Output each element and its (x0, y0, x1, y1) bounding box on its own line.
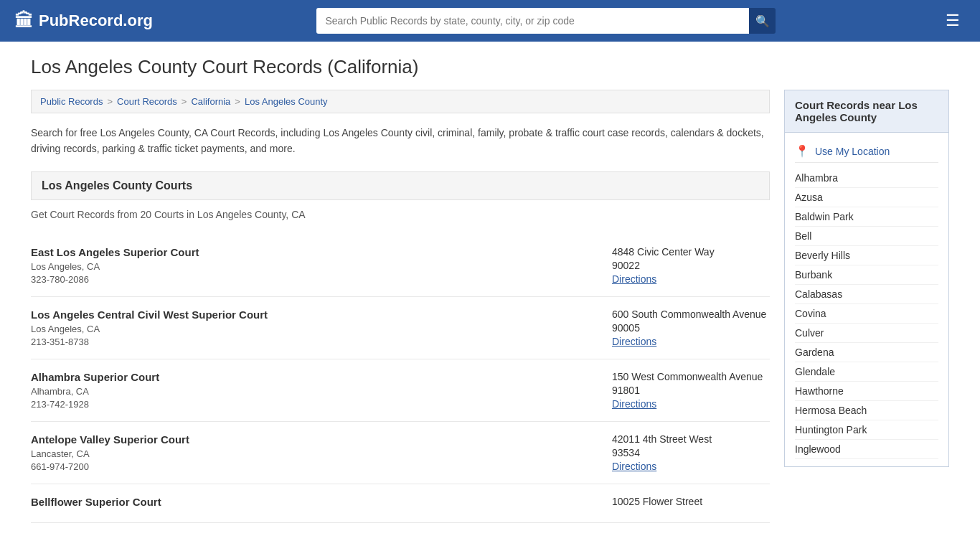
court-address-3: 42011 4th Street West 93534 Directions (612, 433, 770, 472)
court-phone-1: 213-351-8738 (31, 336, 612, 347)
search-icon: 🔍 (755, 14, 770, 28)
sidebar-city-2[interactable]: Baldwin Park (795, 207, 938, 227)
sidebar-city-13[interactable]: Huntington Park (795, 420, 938, 440)
site-header: 🏛 PubRecord.org 🔍 ☰ (0, 0, 980, 42)
court-name-4: Bellflower Superior Court (31, 496, 612, 508)
page-title: Los Angeles County Court Records (Califo… (31, 56, 949, 78)
sidebar-content: 📍 Use My Location Alhambra Azusa Baldwin… (784, 133, 949, 467)
site-logo[interactable]: 🏛 PubRecord.org (14, 10, 153, 32)
sidebar-city-5[interactable]: Burbank (795, 265, 938, 285)
sidebar-city-1[interactable]: Azusa (795, 188, 938, 207)
court-address-line1-2: 150 West Commonwealth Avenue (612, 371, 770, 382)
hamburger-icon: ☰ (946, 11, 960, 29)
court-info-1: Los Angeles Central Civil West Superior … (31, 309, 612, 347)
search-input[interactable] (316, 8, 748, 34)
court-entry-1: Los Angeles Central Civil West Superior … (31, 297, 770, 359)
court-info-0: East Los Angeles Superior Court Los Ange… (31, 246, 612, 285)
court-name-2: Alhambra Superior Court (31, 371, 612, 383)
court-address-line1-0: 4848 Civic Center Way (612, 246, 770, 258)
court-address-line1-1: 600 South Commonwealth Avenue (612, 309, 770, 320)
main-content: Public Records > Court Records > Califor… (31, 90, 770, 523)
court-name-1: Los Angeles Central Civil West Superior … (31, 309, 612, 321)
court-location-3: Lancaster, CA (31, 448, 612, 459)
sidebar-city-0[interactable]: Alhambra (795, 169, 938, 188)
sidebar-city-10[interactable]: Glendale (795, 362, 938, 382)
court-address-2: 150 West Commonwealth Avenue 91801 Direc… (612, 371, 770, 410)
court-address-line1-4: 10025 Flower Street (612, 496, 770, 507)
court-info-3: Antelope Valley Superior Court Lancaster… (31, 433, 612, 472)
court-address-zip-1: 90005 (612, 322, 770, 334)
page-description: Search for free Los Angeles County, CA C… (31, 125, 770, 157)
court-entry-4: Bellflower Superior Court 10025 Flower S… (31, 484, 770, 523)
breadcrumb-court-records[interactable]: Court Records (117, 96, 177, 107)
sidebar-city-7[interactable]: Covina (795, 304, 938, 324)
court-address-4: 10025 Flower Street (612, 496, 770, 509)
court-entry-3: Antelope Valley Superior Court Lancaster… (31, 422, 770, 484)
court-address-zip-3: 93534 (612, 447, 770, 458)
breadcrumb-public-records[interactable]: Public Records (40, 96, 103, 107)
court-address-0: 4848 Civic Center Way 90022 Directions (612, 246, 770, 285)
sidebar-city-8[interactable]: Culver (795, 324, 938, 343)
sidebar-city-12[interactable]: Hermosa Beach (795, 401, 938, 420)
breadcrumb-sep-1: > (107, 96, 113, 107)
sidebar-city-11[interactable]: Hawthorne (795, 382, 938, 401)
section-description: Get Court Records from 20 Courts in Los … (31, 209, 770, 220)
use-location-button[interactable]: 📍 Use My Location (795, 140, 938, 163)
directions-link-1[interactable]: Directions (612, 336, 656, 347)
directions-link-2[interactable]: Directions (612, 398, 656, 410)
sidebar-city-4[interactable]: Beverly Hills (795, 246, 938, 265)
court-info-2: Alhambra Superior Court Alhambra, CA 213… (31, 371, 612, 410)
directions-link-0[interactable]: Directions (612, 273, 656, 285)
court-address-zip-0: 90022 (612, 260, 770, 271)
logo-text: PubRecord.org (39, 11, 153, 30)
sidebar: Court Records near Los Angeles County 📍 … (784, 90, 949, 523)
court-address-1: 600 South Commonwealth Avenue 90005 Dire… (612, 309, 770, 347)
directions-link-3[interactable]: Directions (612, 461, 656, 472)
location-icon: 📍 (795, 144, 809, 158)
search-button[interactable]: 🔍 (749, 8, 776, 34)
logo-icon: 🏛 (14, 10, 33, 32)
breadcrumb-los-angeles-county[interactable]: Los Angeles County (245, 96, 328, 107)
breadcrumb: Public Records > Court Records > Califor… (31, 90, 770, 113)
court-location-1: Los Angeles, CA (31, 324, 612, 334)
sidebar-header: Court Records near Los Angeles County (784, 90, 949, 133)
court-entry-2: Alhambra Superior Court Alhambra, CA 213… (31, 359, 770, 422)
court-info-4: Bellflower Superior Court (31, 496, 612, 511)
search-bar: 🔍 (316, 8, 776, 34)
sidebar-city-9[interactable]: Gardena (795, 343, 938, 362)
court-phone-0: 323-780-2086 (31, 274, 612, 285)
sidebar-city-14[interactable]: Inglewood (795, 440, 938, 459)
main-container: Los Angeles County Court Records (Califo… (9, 42, 971, 537)
breadcrumb-sep-3: > (235, 96, 240, 107)
court-name-0: East Los Angeles Superior Court (31, 246, 612, 258)
court-address-line1-3: 42011 4th Street West (612, 433, 770, 445)
sidebar-city-3[interactable]: Bell (795, 227, 938, 246)
court-entry-0: East Los Angeles Superior Court Los Ange… (31, 235, 770, 297)
section-header: Los Angeles County Courts (31, 171, 770, 200)
court-location-2: Alhambra, CA (31, 386, 612, 397)
court-name-3: Antelope Valley Superior Court (31, 433, 612, 446)
court-phone-2: 213-742-1928 (31, 399, 612, 410)
court-phone-3: 661-974-7200 (31, 461, 612, 472)
content-layout: Public Records > Court Records > Califor… (31, 90, 949, 523)
court-address-zip-2: 91801 (612, 385, 770, 396)
sidebar-city-6[interactable]: Calabasas (795, 285, 938, 304)
use-location-label: Use My Location (815, 146, 890, 157)
menu-button[interactable]: ☰ (940, 9, 966, 33)
breadcrumb-sep-2: > (182, 96, 187, 107)
court-location-0: Los Angeles, CA (31, 261, 612, 272)
courts-list: East Los Angeles Superior Court Los Ange… (31, 235, 770, 523)
breadcrumb-california[interactable]: California (191, 96, 230, 107)
